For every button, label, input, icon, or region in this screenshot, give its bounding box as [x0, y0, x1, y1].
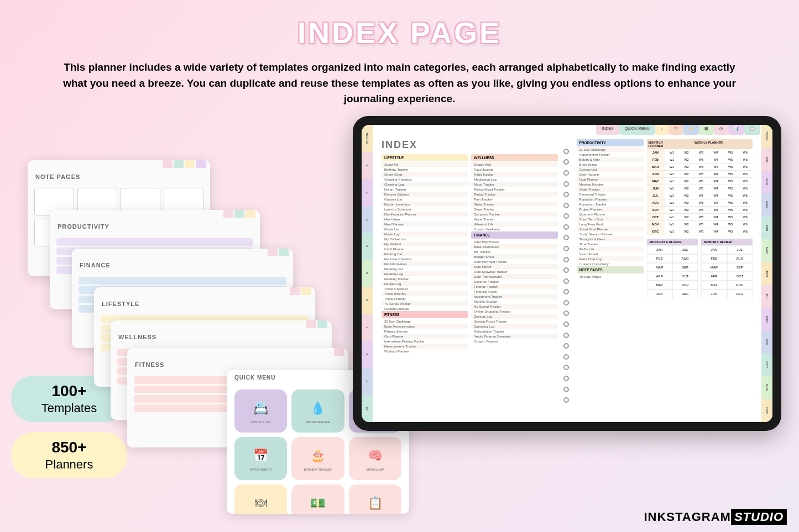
planner-cell[interactable]: W6 — [738, 178, 753, 185]
index-item[interactable]: Dream Tracker — [382, 187, 468, 192]
planner-cell[interactable]: W2 — [679, 171, 694, 178]
index-item[interactable]: Custom Finance — [471, 339, 557, 344]
planner-cell[interactable]: FEB — [647, 254, 672, 263]
quickmenu-item[interactable]: 🎂BIRTHDAY TRACKER — [291, 437, 344, 480]
index-item[interactable]: Subscription Tracker — [471, 329, 557, 334]
planner-cell[interactable]: W1 — [665, 199, 680, 207]
right-tab[interactable]: YEAR — [761, 125, 772, 148]
planner-cell[interactable]: AUG — [727, 254, 753, 263]
left-tab[interactable]: 7 — [362, 314, 373, 341]
right-tab[interactable]: APR — [761, 217, 772, 239]
index-item[interactable]: Thoughts & Ideas — [577, 236, 644, 241]
index-item[interactable]: Body Measurements — [382, 324, 468, 329]
quickmenu-item[interactable]: 📇CONTACT LIST — [234, 389, 287, 433]
planner-cell[interactable]: W3 — [694, 171, 709, 178]
planner-cell[interactable]: W1 — [665, 149, 680, 156]
planner-cell[interactable]: W5 — [723, 221, 738, 228]
index-item[interactable]: Quarterly Planner — [577, 212, 644, 217]
left-tab[interactable]: 1 — [362, 152, 373, 179]
index-item[interactable]: Sleep Tracker — [471, 202, 557, 207]
index-item[interactable]: Movie List — [382, 227, 468, 231]
index-item[interactable]: Custom Wellness — [471, 227, 557, 231]
planner-cell[interactable]: W6 — [738, 185, 753, 192]
top-icon-tab[interactable]: ♡ — [669, 125, 683, 135]
top-tab[interactable]: INDEX — [596, 125, 619, 135]
right-tab[interactable]: MAY — [761, 239, 772, 262]
planner-cell[interactable]: W5 — [723, 192, 738, 199]
planner-cell[interactable]: W3 — [694, 192, 709, 199]
index-item[interactable]: Doctor Visit — [471, 162, 557, 167]
planner-cell[interactable]: W6 — [738, 207, 753, 214]
index-item[interactable]: To-Do List — [577, 246, 644, 251]
index-item[interactable]: Medication Log — [471, 177, 557, 182]
planner-cell[interactable]: W3 — [694, 178, 709, 185]
index-item[interactable]: Movie Log — [382, 231, 468, 236]
planner-cell[interactable]: APR — [701, 272, 727, 281]
planner-cell[interactable]: SEP — [672, 263, 698, 272]
index-item[interactable]: Travel Itinerary — [382, 291, 468, 296]
planner-cell[interactable]: MAY — [647, 178, 665, 185]
planner-cell[interactable]: W6 — [738, 192, 753, 199]
planner-cell[interactable]: W3 — [694, 214, 709, 221]
planner-cell[interactable]: OCT — [727, 272, 753, 281]
planner-cell[interactable]: JUL — [727, 245, 753, 254]
right-tab[interactable]: NOV — [761, 376, 772, 399]
planner-cell[interactable]: W5 — [723, 164, 738, 171]
planner-cell[interactable]: APR — [647, 171, 665, 178]
index-item[interactable]: Gym Planner — [382, 334, 468, 339]
index-item[interactable]: Pet Information — [382, 261, 468, 266]
planner-cell[interactable]: W1 — [665, 207, 680, 214]
quickmenu-item[interactable]: 💧WATER TRACKER — [291, 389, 344, 433]
index-item[interactable]: Mood Tracker — [471, 182, 557, 187]
left-tab[interactable]: 8 — [362, 341, 373, 368]
left-tab[interactable]: 3 — [362, 206, 373, 233]
planner-cell[interactable]: W2 — [679, 156, 694, 164]
planner-cell[interactable]: DEC — [727, 289, 753, 298]
planner-cell[interactable]: W1 — [665, 178, 680, 185]
planner-cell[interactable]: JAN — [701, 245, 727, 254]
planner-cell[interactable]: JUN — [647, 289, 672, 298]
index-item[interactable]: Investment Tracker — [471, 294, 557, 299]
planner-cell[interactable]: W2 — [679, 199, 694, 207]
planner-cell[interactable]: W1 — [665, 192, 680, 199]
index-item[interactable]: Grocery List — [382, 197, 468, 202]
planner-cell[interactable]: W1 — [665, 171, 680, 178]
planner-cell[interactable]: W3 — [694, 149, 709, 156]
index-item[interactable]: Expense Tracker — [471, 279, 557, 284]
planner-cell[interactable]: W5 — [723, 185, 738, 192]
index-item[interactable]: Cleaning Log — [382, 182, 468, 187]
index-item[interactable]: Debt Thermometer — [471, 274, 557, 279]
index-item[interactable]: Meeting Minutes — [577, 182, 644, 187]
top-icon-tab[interactable]: ▦ — [699, 125, 714, 135]
left-tab[interactable]: 2 — [362, 179, 373, 206]
index-item[interactable]: Budget Sheet — [471, 254, 557, 259]
planner-cell[interactable]: W5 — [723, 178, 738, 185]
planner-cell[interactable]: W3 — [694, 228, 709, 235]
planner-cell[interactable]: W5 — [723, 156, 738, 164]
planner-cell[interactable]: W1 — [665, 156, 680, 164]
planner-cell[interactable]: JUN — [647, 185, 665, 192]
planner-cell[interactable]: W2 — [679, 228, 694, 235]
right-tab[interactable]: OCT — [761, 354, 772, 376]
planner-cell[interactable]: W6 — [738, 171, 753, 178]
planner-cell[interactable]: W5 — [723, 171, 738, 178]
index-item[interactable]: Intermittent Fasting Tracker — [382, 339, 468, 344]
quickmenu-item[interactable]: 💵EXPENSE TRACKER — [291, 484, 344, 514]
planner-cell[interactable]: W4 — [708, 214, 723, 221]
planner-cell[interactable]: W2 — [679, 149, 694, 156]
planner-cell[interactable]: APR — [647, 272, 672, 281]
planner-cell[interactable]: W6 — [738, 214, 753, 221]
index-item[interactable]: Project Planner — [577, 207, 644, 212]
planner-cell[interactable]: W4 — [708, 156, 723, 164]
planner-cell[interactable]: MAR — [647, 164, 665, 171]
index-item[interactable]: 30 Day Challenge — [382, 319, 468, 324]
left-tab[interactable]: 6 — [362, 287, 373, 314]
planner-cell[interactable]: NOV — [672, 281, 698, 289]
planner-cell[interactable]: JAN — [647, 245, 672, 254]
index-item[interactable]: Manifestation Planner — [382, 212, 468, 217]
planner-cell[interactable]: JUN — [701, 289, 727, 298]
planner-cell[interactable]: JUL — [672, 245, 698, 254]
left-tab[interactable]: 5 — [362, 260, 373, 287]
index-item[interactable]: Appointment Tracker — [577, 152, 644, 157]
top-icon-tab[interactable]: ⌂ — [655, 125, 669, 135]
